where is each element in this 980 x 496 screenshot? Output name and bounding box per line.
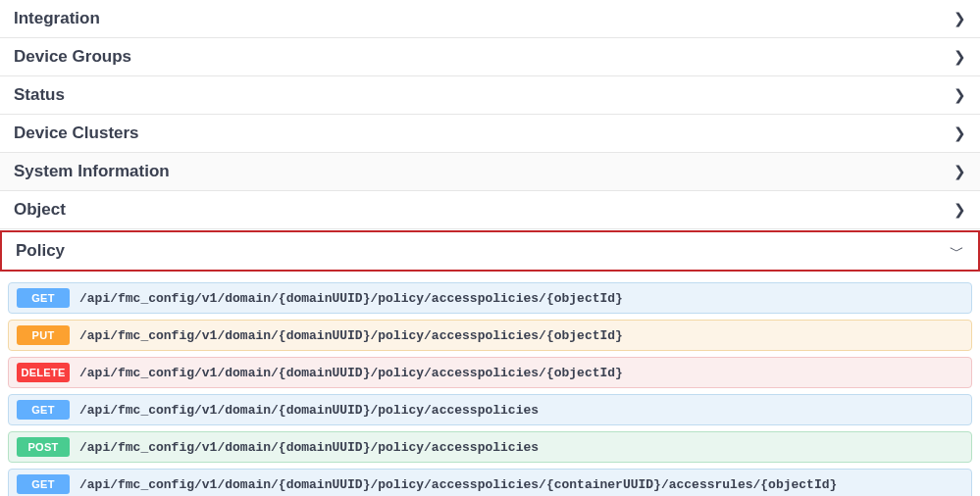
endpoint-row[interactable]: POST /api/fmc_config/v1/domain/{domainUU… [8,431,972,463]
chevron-right-icon: ❯ [954,86,966,104]
endpoint-row[interactable]: DELETE /api/fmc_config/v1/domain/{domain… [8,357,972,388]
section-status[interactable]: Status ❯ [0,76,980,115]
endpoint-path: /api/fmc_config/v1/domain/{domainUUID}/p… [79,366,623,380]
http-method-badge: DELETE [17,363,70,382]
http-method-badge: GET [17,474,70,494]
section-title: Integration [14,9,100,27]
policy-endpoints: GET /api/fmc_config/v1/domain/{domainUUI… [0,273,980,496]
endpoint-path: /api/fmc_config/v1/domain/{domainUUID}/p… [79,403,539,418]
section-policy[interactable]: Policy ﹀ [0,230,980,272]
section-integration[interactable]: Integration ❯ [0,0,980,38]
chevron-down-icon: ﹀ [950,242,964,261]
endpoint-row[interactable]: GET /api/fmc_config/v1/domain/{domainUUI… [8,394,972,425]
chevron-right-icon: ❯ [954,10,966,27]
section-system-information[interactable]: System Information ❯ [0,153,980,191]
endpoint-row[interactable]: PUT /api/fmc_config/v1/domain/{domainUUI… [8,320,972,351]
http-method-badge: GET [17,400,70,420]
endpoint-path: /api/fmc_config/v1/domain/{domainUUID}/p… [79,477,837,492]
endpoint-path: /api/fmc_config/v1/domain/{domainUUID}/p… [79,291,623,306]
endpoint-path: /api/fmc_config/v1/domain/{domainUUID}/p… [79,440,539,455]
section-object[interactable]: Object ❯ [0,191,980,229]
endpoint-row[interactable]: GET /api/fmc_config/v1/domain/{domainUUI… [8,282,972,314]
chevron-right-icon: ❯ [954,163,966,180]
chevron-right-icon: ❯ [954,48,966,66]
section-title: System Information [14,162,170,180]
api-sections-container: Integration ❯ Device Groups ❯ Status ❯ D… [0,0,980,496]
section-title: Object [14,200,66,219]
chevron-right-icon: ❯ [954,124,966,142]
endpoint-row[interactable]: GET /api/fmc_config/v1/domain/{domainUUI… [8,469,972,496]
section-device-groups[interactable]: Device Groups ❯ [0,38,980,76]
chevron-right-icon: ❯ [954,201,966,219]
section-title: Policy [16,241,65,260]
http-method-badge: GET [17,288,70,308]
endpoint-path: /api/fmc_config/v1/domain/{domainUUID}/p… [79,328,623,343]
section-title: Status [14,85,65,104]
http-method-badge: POST [17,437,70,457]
http-method-badge: PUT [17,325,70,345]
section-device-clusters[interactable]: Device Clusters ❯ [0,115,980,153]
section-title: Device Clusters [14,124,139,142]
section-title: Device Groups [14,47,131,66]
